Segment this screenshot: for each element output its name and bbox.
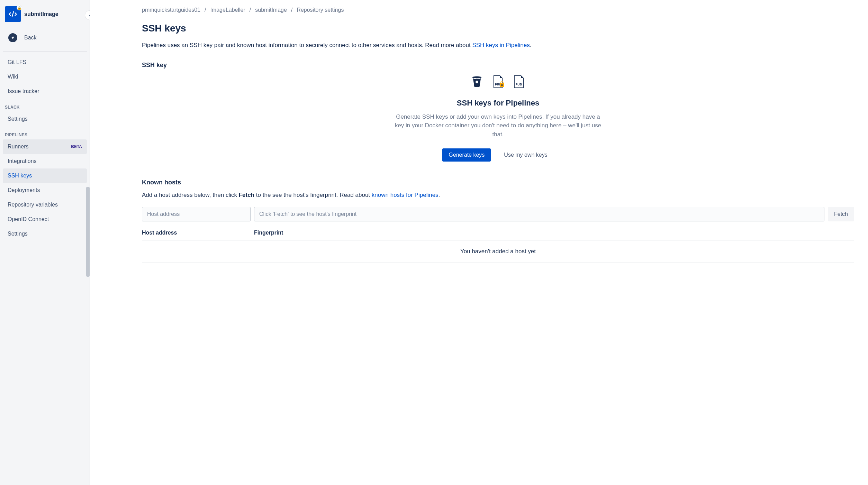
sidebar-item-runners[interactable]: Runners BETA [3, 139, 87, 154]
col-fingerprint: Fingerprint [254, 230, 854, 236]
host-address-input[interactable] [142, 207, 251, 221]
repo-title: submitImage [24, 11, 58, 17]
section-heading-slack: SLACK [0, 99, 90, 112]
beta-badge: BETA [71, 144, 82, 149]
sidebar-item-git-lfs[interactable]: Git LFS [3, 55, 87, 70]
breadcrumb-separator: / [205, 7, 206, 13]
sidebar: 🔒 submitImage ‹ Back Git LFS Wiki Issue … [0, 0, 90, 485]
fingerprint-input[interactable] [254, 207, 824, 221]
sidebar-item-openid-connect[interactable]: OpenID Connect [3, 212, 87, 227]
use-own-keys-button[interactable]: Use my own keys [498, 148, 553, 162]
ssh-keys-doc-link[interactable]: SSH keys in Pipelines [472, 42, 530, 48]
sidebar-item-issue-tracker[interactable]: Issue tracker [3, 84, 87, 99]
sidebar-item-deployments[interactable]: Deployments [3, 183, 87, 198]
sidebar-item-ssh-keys[interactable]: SSH keys [3, 168, 87, 183]
svg-rect-6 [501, 84, 503, 85]
svg-point-2 [476, 81, 478, 83]
back-button[interactable]: Back [0, 28, 90, 50]
breadcrumb-item[interactable]: submitImage [255, 7, 287, 13]
chevron-left-icon: ‹ [89, 12, 90, 18]
main-content: pmmquickstartguides01 / ImageLabeller / … [90, 0, 868, 485]
page-title: SSH keys [142, 23, 854, 34]
sidebar-item-repo-variables[interactable]: Repository variables [3, 198, 87, 212]
svg-line-0 [12, 11, 14, 17]
private-key-file-icon: PRI [490, 74, 506, 89]
ssh-key-panel: PRI PUB SSH keys for Pipelines Generate … [391, 74, 605, 162]
sidebar-item-pipelines-settings[interactable]: Settings [3, 227, 87, 241]
known-hosts-table-head: Host address Fingerprint [142, 230, 854, 240]
scrollbar[interactable] [86, 187, 90, 277]
svg-text:PRI: PRI [495, 82, 500, 86]
ssh-panel-title: SSH keys for Pipelines [391, 99, 605, 108]
back-label: Back [24, 35, 37, 41]
sidebar-item-wiki[interactable]: Wiki [3, 70, 87, 84]
lock-icon: 🔒 [17, 5, 22, 10]
section-heading-pipelines: PIPELINES [0, 126, 90, 139]
fetch-button[interactable]: Fetch [828, 207, 854, 221]
known-hosts-description: Add a host address below, then click Fet… [142, 192, 854, 199]
known-hosts-input-row: Fetch [142, 207, 854, 221]
generate-keys-button[interactable]: Generate keys [442, 148, 491, 162]
breadcrumb-separator: / [250, 7, 251, 13]
breadcrumb-item[interactable]: ImageLabeller [210, 7, 245, 13]
public-key-file-icon: PUB [513, 74, 526, 89]
breadcrumb-item[interactable]: Repository settings [297, 7, 344, 13]
sidebar-header: 🔒 submitImage [0, 0, 90, 28]
breadcrumb-item[interactable]: pmmquickstartguides01 [142, 7, 200, 13]
bucket-icon [470, 74, 483, 88]
ssh-key-heading: SSH key [142, 62, 854, 69]
known-hosts-doc-link[interactable]: known hosts for Pipelines [372, 192, 438, 198]
breadcrumb-separator: / [291, 7, 292, 13]
repo-icon: 🔒 [5, 6, 21, 22]
ssh-icons: PRI PUB [391, 74, 605, 89]
svg-text:PUB: PUB [516, 82, 522, 86]
sidebar-item-integrations[interactable]: Integrations [3, 154, 87, 168]
breadcrumb: pmmquickstartguides01 / ImageLabeller / … [142, 7, 854, 13]
intro-text: Pipelines uses an SSH key pair and known… [142, 41, 854, 50]
divider [3, 51, 87, 52]
col-host-address: Host address [142, 230, 254, 236]
ssh-panel-description: Generate SSH keys or add your own keys i… [391, 112, 605, 139]
known-hosts-heading: Known hosts [142, 179, 854, 186]
arrow-left-icon [8, 33, 17, 42]
sidebar-item-slack-settings[interactable]: Settings [3, 112, 87, 126]
known-hosts-empty: You haven't added a host yet [142, 240, 854, 263]
